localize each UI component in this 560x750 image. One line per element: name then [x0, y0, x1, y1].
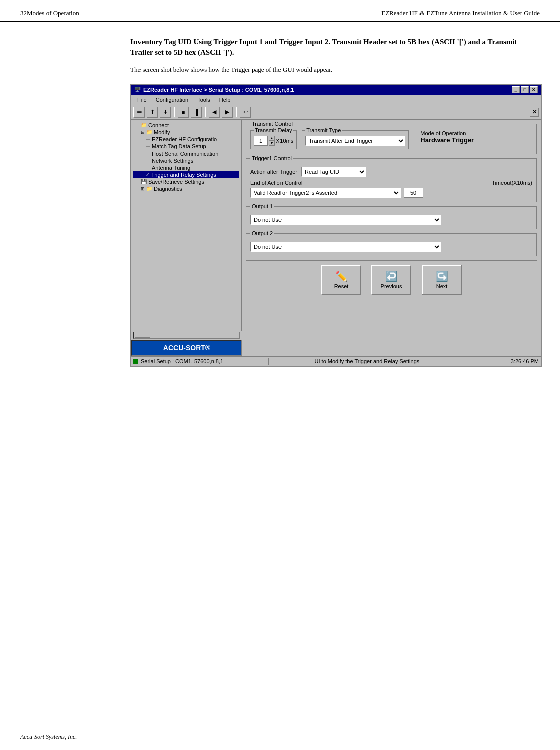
eoa-row: End of Action Control Timeout(X10ms) Val… [250, 180, 532, 198]
output1-group: Output 1 Do not Use Relay 1 Relay 2 [246, 206, 537, 229]
right-panel: Transmit Control Transmit Delay ▲ ▼ [242, 120, 541, 356]
dash-icon-ezreader: — [146, 137, 150, 142]
toolbar-sep-1 [174, 107, 175, 117]
toolbar: ⬅ ⬆ ⬇ ■ ▐ ◀ ▶ ↩ ✕ [131, 105, 541, 120]
window-title-text: 🖥️ EZReader HF Interface > Serial Setup … [134, 87, 294, 93]
output2-select[interactable]: Do not Use Relay 1 Relay 2 [250, 242, 441, 252]
tree-label-match-tag: Match Tag Data Setup [152, 143, 206, 149]
window-title: EZReader HF Interface > Serial Setup : C… [143, 87, 294, 93]
action-select[interactable]: Read Tag UID Read Tag Data Write Tag [301, 167, 366, 177]
scrollbar-area [131, 331, 242, 340]
minus-icon-modify: ⊟ [141, 130, 145, 135]
page-header: 32 Modes of Operation EZReader HF & EZTu… [0, 0, 560, 22]
output1-control: Do not Use Relay 1 Relay 2 [250, 210, 532, 225]
tree-label-network: Network Settings [152, 158, 193, 164]
tree-item-save[interactable]: 💾 Save/Retrieve Settings [133, 178, 239, 185]
page-number-left: 32 [20, 9, 27, 17]
page-footer: Accu-Sort Systems, Inc. [20, 730, 540, 741]
toolbar-btn-5[interactable]: ▐ [191, 107, 202, 118]
action-after-trigger-label: Action after Trigger [250, 169, 297, 175]
eoa-controls-row: Valid Read or Trigger2 is Asserted Timeo… [250, 188, 532, 198]
header-right-label: EZReader HF & EZTune Antenna Installatio… [381, 9, 540, 17]
dash-icon-network: — [146, 158, 150, 163]
delay-spinners: ▲ ▼ [269, 136, 275, 146]
tree-label-diagnostics: Diagnostics [154, 186, 182, 192]
transmit-delay-group: Transmit Delay ▲ ▼ X10ms [250, 130, 297, 149]
delay-up-btn[interactable]: ▲ [269, 136, 275, 141]
horizontal-scrollbar[interactable] [133, 332, 240, 339]
folder-icon-connect: 📁 [141, 122, 147, 128]
mode-value: Hardware Trigger [420, 136, 474, 144]
plus-icon-diagnostics: ⊞ [141, 186, 145, 191]
minimize-button[interactable]: _ [512, 86, 520, 93]
transmit-control-row: Transmit Delay ▲ ▼ X10ms [250, 127, 532, 149]
toolbar-close-btn[interactable]: ✕ [530, 108, 539, 117]
next-button[interactable]: ↪️ Next [422, 265, 462, 295]
window-app-icon: 🖥️ [134, 87, 141, 92]
status-time: 3:26:46 PM [511, 358, 539, 364]
section-title: Inventory Tag UID Using Trigger Input 1 … [130, 37, 540, 58]
tree-item-connect[interactable]: 📁 Connect [133, 122, 239, 129]
section-desc: The screen shot below shows how the Trig… [130, 65, 540, 75]
toolbar-sep-3 [236, 107, 237, 117]
status-bar: Serial Setup : COM1, 57600,n,8,1 UI to M… [131, 356, 541, 366]
tree-item-match-tag[interactable]: — Match Tag Data Setup [133, 143, 239, 150]
delay-down-btn[interactable]: ▼ [269, 141, 275, 146]
transmit-control-label: Transmit Control [250, 121, 294, 127]
previous-button[interactable]: ↩️ Previous [371, 265, 411, 295]
timeout-input[interactable] [404, 188, 423, 198]
output2-label: Output 2 [250, 230, 274, 236]
tree-item-modify[interactable]: ⊟ 📁 Modify [133, 129, 239, 136]
status-section-left: Serial Setup : COM1, 57600,n,8,1 [133, 358, 223, 364]
status-indicator [133, 359, 138, 364]
transmit-delay-label: Transmit Delay [254, 127, 293, 133]
eoa-left: End of Action Control Timeout(X10ms) Val… [250, 180, 532, 198]
save-icon-tree: 💾 [141, 179, 147, 184]
window-controls: _ □ ✕ [512, 86, 538, 93]
next-icon: ↪️ [436, 270, 448, 282]
tree-item-host-serial[interactable]: — Host Serial Communication [133, 150, 239, 157]
transmit-control-group: Transmit Control Transmit Delay ▲ ▼ [246, 124, 537, 154]
output1-select[interactable]: Do not Use Relay 1 Relay 2 [250, 215, 441, 225]
eoa-select[interactable]: Valid Read or Trigger2 is Asserted Timeo… [250, 188, 401, 198]
menu-tools[interactable]: Tools [193, 96, 214, 104]
reset-button[interactable]: ✏️ Reset [321, 265, 361, 295]
transmit-type-group: Transmit Type Transmit After End Trigger… [302, 130, 409, 149]
delay-input[interactable] [254, 136, 268, 146]
toolbar-btn-3[interactable]: ⬇ [160, 107, 171, 118]
status-left: Serial Setup : COM1, 57600,n,8,1 [141, 358, 223, 364]
previous-icon: ↩️ [385, 270, 398, 282]
toolbar-btn-6[interactable]: ◀ [209, 107, 220, 118]
tree-item-diagnostics[interactable]: ⊞ 📁 Diagnostics [133, 185, 239, 192]
transmit-type-select[interactable]: Transmit After End Trigger Transmit Imme… [305, 136, 405, 146]
folder-icon-modify: 📁 [146, 129, 152, 135]
timeout-label: Timeout(X10ms) [492, 180, 532, 186]
reset-label: Reset [334, 283, 349, 289]
footer-label: Accu-Sort Systems, Inc. [20, 733, 77, 740]
tree-item-antenna[interactable]: — Antenna Tuning [133, 164, 239, 171]
tree-item-network[interactable]: — Network Settings [133, 157, 239, 164]
close-button[interactable]: ✕ [530, 86, 538, 93]
tree-label-modify: Modify [154, 129, 170, 135]
trigger1-control-group: Trigger1 Control Action after Trigger Re… [246, 158, 537, 202]
menu-help[interactable]: Help [215, 96, 235, 104]
dash-icon-serial: — [146, 151, 150, 156]
status-middle: UI to Modify the Trigger and Relay Setti… [315, 358, 420, 364]
header-left-label: Modes of Operation [27, 9, 79, 17]
toolbar-btn-2[interactable]: ⬆ [147, 107, 158, 118]
maximize-button[interactable]: □ [521, 86, 529, 93]
toolbar-btn-4[interactable]: ■ [178, 107, 189, 118]
tree-item-trigger[interactable]: ✓ Trigger and Relay Settings [133, 171, 239, 178]
toolbar-btn-1[interactable]: ⬅ [133, 107, 145, 118]
accu-sort-badge: ACCU-SORT® [131, 340, 242, 356]
menu-file[interactable]: File [133, 96, 151, 104]
status-divider-2 [465, 358, 465, 365]
tree-item-ezreader[interactable]: — EZReader HF Configuratio [133, 136, 239, 143]
dash-icon-antenna: — [146, 165, 150, 170]
delay-unit: X10ms [276, 138, 293, 144]
toolbar-btn-7[interactable]: ▶ [222, 107, 233, 118]
reset-icon: ✏️ [335, 270, 348, 282]
menu-configuration[interactable]: Configuration [152, 96, 192, 104]
delay-input-group: ▲ ▼ X10ms [254, 136, 293, 146]
toolbar-btn-8[interactable]: ↩ [240, 107, 251, 118]
